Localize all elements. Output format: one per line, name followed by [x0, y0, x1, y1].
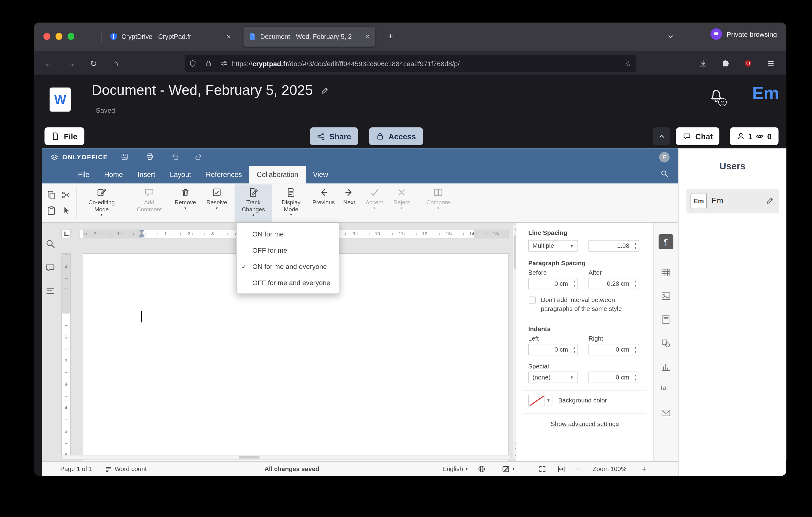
copy-button[interactable] — [46, 190, 57, 200]
zoom-in-button[interactable]: + — [642, 462, 646, 476]
users-counter-badge[interactable]: 1 0 — [730, 128, 778, 145]
close-window-button[interactable] — [44, 33, 50, 40]
spacing-after-spinner[interactable]: 0.28 cm ▲▼ — [588, 278, 639, 290]
mail-merge-settings-tab[interactable] — [661, 408, 671, 418]
spin-up-icon[interactable]: ▲ — [634, 242, 637, 246]
zoom-window-button[interactable] — [68, 33, 74, 40]
header-footer-settings-tab[interactable] — [661, 315, 671, 325]
indent-left-spinner[interactable]: 0 cm ▲▼ — [528, 344, 578, 356]
minimize-window-button[interactable] — [55, 33, 62, 40]
close-tab-icon[interactable]: × — [226, 32, 232, 41]
next-change-button[interactable]: Next — [338, 184, 360, 221]
undo-button[interactable] — [171, 153, 181, 163]
menu-tab-home[interactable]: Home — [97, 166, 130, 183]
spacing-before-spinner[interactable]: 0 cm ▲▼ — [528, 278, 578, 290]
notifications-bell-icon[interactable]: 2 — [709, 88, 725, 104]
file-button[interactable]: File — [45, 128, 84, 145]
url-bar[interactable]: https://cryptpad.fr/doc/#/3/doc/edit/ff0… — [185, 55, 636, 72]
zoom-out-button[interactable]: − — [576, 462, 580, 476]
account-avatar[interactable]: Em — [752, 83, 779, 103]
collaborator-avatar[interactable]: E — [659, 152, 669, 162]
track-changes-status-button[interactable]: ▾ — [501, 462, 514, 476]
line-spacing-select[interactable]: Multiple ▼ — [528, 240, 578, 252]
cut-button[interactable] — [61, 190, 71, 200]
menu-tab-insert[interactable]: Insert — [130, 166, 163, 183]
lock-icon[interactable] — [200, 60, 216, 67]
resolve-button[interactable]: Resolve ▾ — [202, 184, 232, 221]
redo-button[interactable] — [195, 153, 205, 163]
permissions-icon[interactable] — [216, 60, 232, 67]
reject-button[interactable]: Reject ▾ — [388, 184, 415, 221]
add-comment-button[interactable]: Add Comment — [130, 184, 169, 221]
text-art-settings-tab[interactable]: Ta — [660, 384, 666, 391]
tab-document[interactable]: Document - Wed, February 5, 2 × — [243, 27, 375, 47]
url-text[interactable]: https://cryptpad.fr/doc/#/3/doc/edit/ff0… — [232, 59, 620, 67]
chat-button[interactable]: Chat — [676, 128, 720, 145]
previous-change-button[interactable]: Previous — [310, 184, 337, 221]
spin-down-icon[interactable]: ▼ — [634, 246, 637, 250]
scroll-down-arrow[interactable]: ▼ — [513, 454, 516, 458]
back-button[interactable]: ← — [40, 55, 57, 72]
previous-page-button[interactable]: ▲ — [513, 440, 516, 444]
home-button[interactable]: ⌂ — [107, 55, 124, 72]
spin-up-icon[interactable]: ▲ — [634, 279, 637, 283]
background-color-button[interactable]: ▼ — [528, 395, 553, 406]
shape-settings-tab[interactable] — [661, 338, 671, 349]
paragraph-settings-tab[interactable]: ¶ — [659, 234, 673, 249]
ublock-button[interactable] — [740, 55, 757, 72]
menu-tab-collaboration[interactable]: Collaboration — [249, 166, 306, 183]
special-select[interactable]: (none) ▼ — [528, 372, 578, 383]
hanging-indent-marker[interactable] — [139, 233, 144, 236]
scroll-up-arrow[interactable]: ▲ — [513, 226, 516, 230]
share-button[interactable]: Share — [310, 128, 358, 145]
coediting-mode-button[interactable]: Co-editing Mode ▾ — [80, 184, 124, 221]
word-count-toggle[interactable]: Word count — [105, 462, 147, 476]
menu-item-on-for-me[interactable]: ON for me — [236, 226, 339, 242]
display-mode-button[interactable]: Display Mode ▾ — [274, 184, 308, 221]
edit-title-pencil-icon[interactable] — [320, 86, 328, 94]
remove-button[interactable]: Remove ▾ — [171, 184, 200, 221]
advanced-settings-link[interactable]: Show advanced settings — [516, 420, 653, 428]
left-indent-marker[interactable] — [139, 236, 144, 237]
table-settings-tab[interactable] — [661, 267, 671, 278]
spin-down-icon[interactable]: ▼ — [573, 350, 576, 354]
save-button[interactable] — [120, 153, 131, 163]
spin-up-icon[interactable]: ▲ — [634, 346, 637, 350]
navigation-panel-button[interactable] — [45, 286, 55, 296]
spin-down-icon[interactable]: ▼ — [634, 283, 637, 288]
special-amount-spinner[interactable]: 0 cm ▲▼ — [588, 372, 639, 383]
tracking-protection-shield-icon[interactable] — [185, 60, 200, 67]
track-changes-button[interactable]: Track Changes ▴ — [235, 184, 272, 221]
fit-page-button[interactable] — [538, 462, 546, 476]
user-list-item[interactable]: Em Em — [686, 189, 779, 213]
downloads-button[interactable] — [695, 55, 712, 72]
menu-button[interactable] — [762, 55, 779, 72]
collapse-toolbar-button[interactable] — [653, 128, 670, 145]
spin-down-icon[interactable]: ▼ — [634, 350, 637, 354]
chart-settings-tab[interactable] — [661, 362, 671, 372]
menu-item-off-for-everyone[interactable]: OFF for me and everyone — [236, 275, 339, 291]
menu-item-on-for-everyone[interactable]: ✓ON for me and everyone — [236, 258, 339, 275]
menu-tab-view[interactable]: View — [306, 166, 336, 183]
accept-button[interactable]: Accept ▾ — [361, 184, 388, 221]
no-interval-checkbox[interactable] — [529, 297, 535, 303]
menu-tab-file[interactable]: File — [71, 166, 97, 183]
comments-panel-button[interactable] — [45, 263, 55, 273]
access-button[interactable]: Access — [369, 128, 423, 145]
indent-right-spinner[interactable]: 0 cm ▲▼ — [588, 344, 639, 356]
language-selector[interactable]: English ▾ — [442, 462, 467, 476]
list-tabs-button[interactable] — [662, 28, 679, 45]
spin-up-icon[interactable]: ▲ — [634, 373, 637, 377]
spin-up-icon[interactable]: ▲ — [573, 279, 576, 283]
next-page-button[interactable]: ▼ — [513, 447, 516, 451]
search-button[interactable] — [660, 169, 670, 179]
menu-tab-layout[interactable]: Layout — [163, 166, 198, 183]
menu-tab-references[interactable]: References — [199, 166, 249, 183]
vertical-scrollbar[interactable]: ▲ ▲ ▼ ▼ — [513, 225, 516, 459]
menu-item-off-for-me[interactable]: OFF for me — [236, 242, 339, 258]
zoom-level[interactable]: Zoom 100% — [592, 462, 627, 476]
horizontal-scrollbar[interactable] — [61, 455, 510, 459]
spellcheck-button[interactable] — [477, 462, 486, 476]
document-title[interactable]: Document - Wed, February 5, 2025 — [91, 82, 328, 99]
print-button[interactable] — [146, 153, 156, 163]
